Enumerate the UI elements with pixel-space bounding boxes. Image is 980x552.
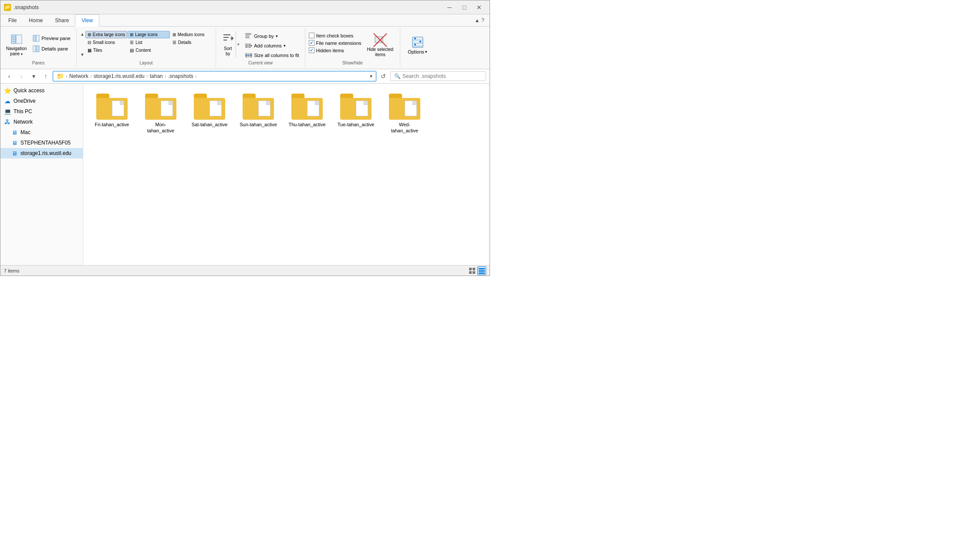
- refresh-button[interactable]: ↺: [378, 71, 389, 81]
- details-label: Details: [178, 40, 192, 45]
- list-item[interactable]: Sun-tahan_active: [237, 91, 280, 137]
- sidebar-item-this-pc[interactable]: 💻 This PC: [0, 106, 83, 117]
- details-pane-label: Details pane: [41, 46, 68, 51]
- details-button[interactable]: ☰ Details: [170, 39, 212, 46]
- search-input[interactable]: [402, 73, 482, 79]
- window-title: .snapshots: [14, 4, 39, 10]
- folder-thu-label: Thu-tahan_active: [289, 121, 326, 128]
- list-item[interactable]: Tue-tahan_active: [334, 91, 378, 137]
- sidebar-item-network[interactable]: 🖧 Network: [0, 117, 83, 127]
- large-view-button[interactable]: [468, 266, 476, 275]
- content-label: Content: [135, 48, 151, 53]
- folder-sat-label: Sat-tahan_active: [192, 121, 228, 128]
- svg-rect-35: [473, 268, 475, 270]
- svg-rect-37: [473, 271, 475, 274]
- breadcrumb-sep-4: ›: [165, 73, 166, 79]
- sort-by-dropdown-arrow[interactable]: ▾: [236, 31, 241, 57]
- navigation-pane-button[interactable]: Navigationpane ▾: [4, 31, 29, 58]
- folder-mon-label: Mon-tahan_active: [142, 121, 179, 134]
- item-check-boxes-toggle[interactable]: Item check boxes: [309, 33, 362, 38]
- size-all-columns-icon: [245, 52, 252, 58]
- sidebar-item-quick-access[interactable]: ⭐ Quick access: [0, 85, 83, 96]
- list-item[interactable]: Wed-tahan_active: [383, 91, 426, 137]
- breadcrumb-dropdown-arrow[interactable]: ▾: [370, 73, 372, 79]
- small-icons-button[interactable]: ⊟ Small icons: [85, 39, 127, 46]
- breadcrumb-sep-2: ›: [90, 73, 92, 79]
- hidden-items-label: Hidden items: [316, 48, 344, 53]
- forward-button[interactable]: ›: [16, 71, 27, 81]
- ribbon-collapse-icon[interactable]: ▲: [474, 17, 480, 24]
- layout-scroll-up[interactable]: ▲: [80, 32, 84, 37]
- sidebar-item-stephentaha[interactable]: 🖥 STEPHENTAHA5F05: [0, 138, 83, 148]
- breadcrumb-network[interactable]: Network: [69, 73, 88, 79]
- details-pane-button[interactable]: Details pane: [30, 44, 73, 54]
- list-view-icon: [479, 268, 485, 274]
- large-icons-icon: ⊞: [130, 32, 133, 37]
- list-button[interactable]: ☰ List: [128, 39, 169, 46]
- minimize-button[interactable]: ─: [443, 3, 456, 12]
- group-by-arrow: ▾: [276, 34, 278, 38]
- panes-group-label: Panes: [32, 60, 44, 65]
- content-button[interactable]: ▤ Content: [128, 47, 169, 54]
- options-button[interactable]: Options ▾: [404, 30, 431, 60]
- breadcrumb-storage1[interactable]: storage1.ris.wustl.edu: [94, 73, 145, 79]
- ribbon-view-content: Navigationpane ▾ Preview pane: [0, 27, 490, 69]
- back-button[interactable]: ‹: [4, 71, 14, 81]
- content-area: Fri-tahan_active Mon-tahan_active: [83, 84, 490, 265]
- tab-home[interactable]: Home: [23, 14, 49, 26]
- list-item[interactable]: Sat-tahan_active: [188, 91, 231, 137]
- sidebar-item-storage1[interactable]: 🖥 storage1.ris.wustl.edu: [0, 148, 83, 158]
- group-by-button[interactable]: Group by ▾: [243, 32, 301, 40]
- size-all-columns-button[interactable]: Size all columns to fit: [243, 51, 301, 60]
- list-view-button[interactable]: [477, 266, 486, 275]
- sidebar-item-mac[interactable]: 🖥 Mac: [0, 127, 83, 138]
- preview-pane-button[interactable]: Preview pane: [30, 34, 73, 43]
- list-label: List: [135, 40, 142, 45]
- search-box[interactable]: 🔍: [390, 71, 486, 81]
- breadcrumb-tahan[interactable]: tahan: [150, 73, 163, 79]
- close-button[interactable]: ✕: [472, 3, 486, 12]
- group-by-icon: [245, 33, 252, 39]
- breadcrumb-snapshots[interactable]: .snapshots: [168, 73, 193, 79]
- current-view-group-label: Current view: [248, 60, 273, 65]
- search-icon: 🔍: [394, 73, 401, 79]
- layout-scroll-down[interactable]: ▼: [80, 52, 84, 57]
- hidden-items-toggle[interactable]: Hidden items: [309, 47, 362, 53]
- extra-large-icons-label: Extra large icons: [93, 32, 125, 37]
- details-pane-icon: [33, 45, 40, 52]
- sidebar-item-onedrive[interactable]: ☁ OneDrive: [0, 96, 83, 106]
- svg-rect-6: [36, 35, 39, 41]
- preview-pane-label: Preview pane: [41, 36, 71, 41]
- panes-group: Navigationpane ▾ Preview pane: [0, 28, 77, 67]
- file-name-extensions-toggle[interactable]: File name extensions: [309, 40, 362, 46]
- add-columns-button[interactable]: Add columns ▾: [243, 41, 301, 50]
- extra-large-icons-button[interactable]: ⊞ Extra large icons: [85, 31, 127, 38]
- svg-rect-17: [248, 44, 251, 48]
- details-icon: ☰: [172, 40, 176, 45]
- tab-file[interactable]: File: [2, 14, 23, 26]
- up-button[interactable]: ↑: [41, 71, 51, 81]
- options-dropdown-arrow: ▾: [425, 50, 427, 54]
- recent-locations-button[interactable]: ▾: [28, 71, 39, 81]
- folder-sat-icon: [194, 94, 225, 120]
- tab-share[interactable]: Share: [49, 14, 75, 26]
- svg-point-33: [414, 44, 416, 46]
- status-view-buttons: [468, 266, 486, 275]
- maximize-button[interactable]: □: [457, 3, 471, 12]
- sort-by-button[interactable]: Sortby ▾: [220, 31, 241, 58]
- list-item[interactable]: Mon-tahan_active: [139, 91, 182, 137]
- list-item[interactable]: Thu-tahan_active: [285, 91, 329, 137]
- medium-icons-icon: ⊞: [172, 32, 176, 37]
- ribbon-help-icon[interactable]: ?: [481, 17, 484, 24]
- large-icons-label: Large icons: [135, 32, 158, 37]
- breadcrumb-sep-3: ›: [146, 73, 148, 79]
- title-bar: 📁 .snapshots ─ □ ✕: [0, 0, 490, 14]
- medium-icons-button[interactable]: ⊞ Medium icons: [170, 31, 212, 38]
- tiles-button[interactable]: ▦ Tiles: [85, 47, 127, 54]
- large-icons-button[interactable]: ⊞ Large icons: [128, 31, 169, 38]
- hide-selected-items-button[interactable]: Hide selecteditems: [364, 32, 397, 59]
- options-label: Options: [408, 49, 424, 54]
- tab-view[interactable]: View: [75, 14, 99, 27]
- breadcrumb[interactable]: 📁 › Network › storage1.ris.wustl.edu › t…: [53, 71, 376, 81]
- list-item[interactable]: Fri-tahan_active: [90, 91, 134, 137]
